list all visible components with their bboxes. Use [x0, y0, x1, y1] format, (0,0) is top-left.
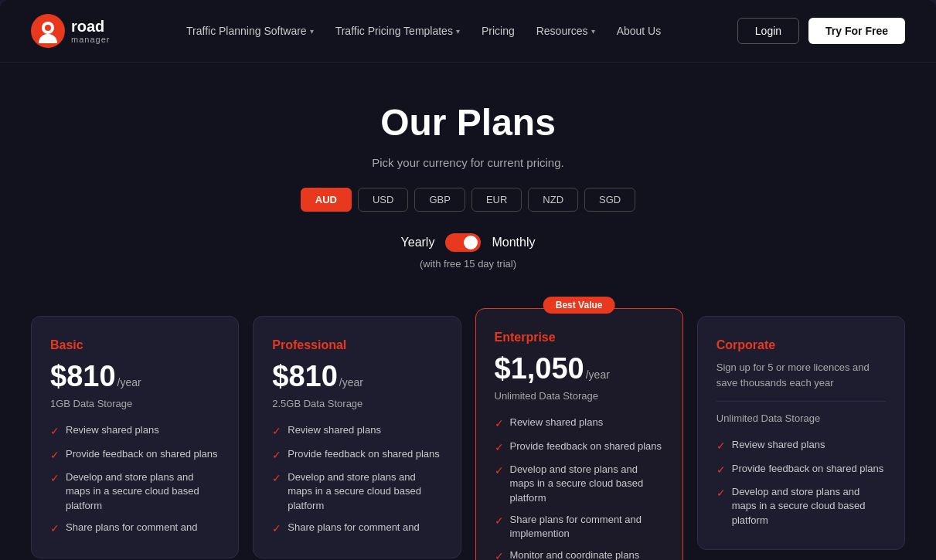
check-icon: ✓	[716, 463, 726, 478]
feature-item: ✓Develop and store plans and maps in a s…	[272, 470, 441, 513]
check-icon: ✓	[716, 486, 726, 501]
page-title: Our Plans	[15, 101, 921, 144]
feature-item: ✓Develop and store plans and maps in a s…	[716, 485, 886, 528]
try-free-button[interactable]: Try For Free	[808, 18, 905, 44]
nav-item-traffic-planning[interactable]: Traffic Planning Software ▾	[186, 25, 314, 37]
currency-aud[interactable]: AUD	[301, 188, 352, 212]
plan-enterprise: Best Value Enterprise $1,050 /year Unlim…	[475, 308, 683, 560]
yearly-label: Yearly	[401, 236, 435, 249]
logo-road: road	[71, 18, 110, 35]
navigation: road manager Traffic Planning Software ▾…	[0, 0, 936, 63]
hero-section: Our Plans Pick your currency for current…	[0, 63, 936, 316]
price-period-professional: /year	[339, 376, 363, 389]
nav-item-resources[interactable]: Resources ▾	[536, 25, 595, 37]
currency-gbp[interactable]: GBP	[414, 188, 465, 212]
billing-switch[interactable]	[445, 233, 481, 252]
check-icon: ✓	[50, 521, 60, 537]
check-icon: ✓	[495, 463, 504, 479]
nav-item-pricing[interactable]: Pricing	[482, 25, 515, 37]
chevron-down-icon: ▾	[310, 27, 314, 36]
price-period-enterprise: /year	[586, 368, 610, 381]
check-icon: ✓	[272, 424, 281, 440]
price-period-basic: /year	[117, 376, 141, 389]
page-wrapper: road manager Traffic Planning Software ▾…	[0, 0, 936, 560]
plan-features-corporate: ✓Review shared plans ✓Provide feedback o…	[716, 438, 886, 528]
plan-price-basic: $810 /year	[50, 360, 220, 393]
monthly-label: Monthly	[492, 236, 535, 249]
plan-name-basic: Basic	[50, 338, 220, 352]
logo-text: road manager	[71, 18, 110, 44]
check-icon: ✓	[50, 424, 60, 440]
check-icon: ✓	[50, 448, 60, 463]
pricing-cards: Basic $810 /year 1GB Data Storage ✓Revie…	[0, 316, 936, 560]
feature-item: ✓Review shared plans	[716, 438, 886, 454]
chevron-down-icon: ▾	[591, 27, 595, 36]
plan-features-basic: ✓Review shared plans ✓Provide feedback o…	[50, 423, 220, 536]
check-icon: ✓	[272, 448, 281, 463]
svg-point-2	[45, 25, 51, 31]
feature-item: ✓Share plans for comment and	[50, 521, 220, 537]
check-icon: ✓	[716, 439, 726, 454]
check-icon: ✓	[272, 471, 281, 487]
price-amount-professional: $810	[272, 360, 338, 393]
billing-toggle: Yearly Monthly	[15, 233, 921, 252]
plan-storage-enterprise: Unlimited Data Storage	[495, 390, 664, 402]
check-icon: ✓	[495, 549, 504, 560]
logo[interactable]: road manager	[31, 14, 110, 48]
check-icon: ✓	[495, 514, 504, 529]
nav-links: Traffic Planning Software ▾ Traffic Pric…	[186, 25, 661, 37]
corporate-description: Sign up for 5 or more licences and save …	[716, 360, 886, 390]
currency-selector: AUD USD GBP EUR NZD SGD	[15, 188, 921, 212]
feature-item: ✓Share plans for comment and	[272, 521, 441, 537]
plan-name-enterprise: Enterprise	[495, 331, 664, 344]
login-button[interactable]: Login	[737, 18, 799, 44]
plan-name-professional: Professional	[272, 338, 441, 352]
check-icon: ✓	[495, 440, 504, 456]
plan-features-professional: ✓Review shared plans ✓Provide feedback o…	[272, 423, 441, 536]
plan-storage-basic: 1GB Data Storage	[50, 398, 220, 409]
plan-features-enterprise: ✓Review shared plans ✓Provide feedback o…	[495, 416, 664, 560]
check-icon: ✓	[272, 521, 281, 537]
plan-professional: Professional $810 /year 2.5GB Data Stora…	[253, 316, 461, 558]
feature-item: ✓Develop and store plans and maps in a s…	[495, 463, 664, 505]
feature-item: ✓Review shared plans	[50, 423, 220, 440]
feature-item: ✓Provide feedback on shared plans	[495, 440, 664, 456]
feature-item: ✓Provide feedback on shared plans	[716, 462, 886, 478]
nav-item-traffic-pricing[interactable]: Traffic Pricing Templates ▾	[335, 25, 460, 37]
divider	[716, 401, 886, 402]
feature-item: ✓Review shared plans	[272, 423, 441, 440]
feature-item: ✓Provide feedback on shared plans	[50, 447, 220, 463]
plan-storage-professional: 2.5GB Data Storage	[272, 398, 441, 409]
trial-note: (with free 15 day trial)	[15, 258, 921, 270]
price-amount-basic: $810	[50, 360, 116, 393]
currency-sgd[interactable]: SGD	[584, 188, 635, 212]
check-icon: ✓	[495, 416, 504, 432]
nav-item-about[interactable]: About Us	[617, 25, 662, 37]
price-amount-enterprise: $1,050	[495, 352, 584, 385]
plan-price-enterprise: $1,050 /year	[495, 352, 664, 385]
nav-actions: Login Try For Free	[737, 18, 905, 44]
feature-item: ✓Provide feedback on shared plans	[272, 447, 441, 463]
plan-storage-corporate: Unlimited Data Storage	[716, 412, 886, 424]
plan-name-corporate: Corporate	[716, 338, 886, 352]
chevron-down-icon: ▾	[456, 27, 460, 36]
logo-manager: manager	[71, 35, 110, 44]
currency-usd[interactable]: USD	[358, 188, 408, 212]
currency-eur[interactable]: EUR	[471, 188, 522, 212]
feature-item: ✓Review shared plans	[495, 416, 664, 432]
currency-nzd[interactable]: NZD	[528, 188, 578, 212]
plan-price-professional: $810 /year	[272, 360, 441, 393]
feature-item: ✓Monitor and coordinate plans using	[495, 548, 664, 560]
best-value-badge: Best Value	[543, 297, 615, 314]
feature-item: ✓Develop and store plans and maps in a s…	[50, 470, 220, 513]
hero-subtitle: Pick your currency for current pricing.	[15, 156, 921, 169]
feature-item: ✓Share plans for comment and implementio…	[495, 513, 664, 541]
toggle-knob	[464, 236, 478, 249]
plan-corporate: Corporate Sign up for 5 or more licences…	[697, 316, 905, 550]
plan-basic: Basic $810 /year 1GB Data Storage ✓Revie…	[31, 316, 239, 558]
check-icon: ✓	[50, 471, 60, 487]
